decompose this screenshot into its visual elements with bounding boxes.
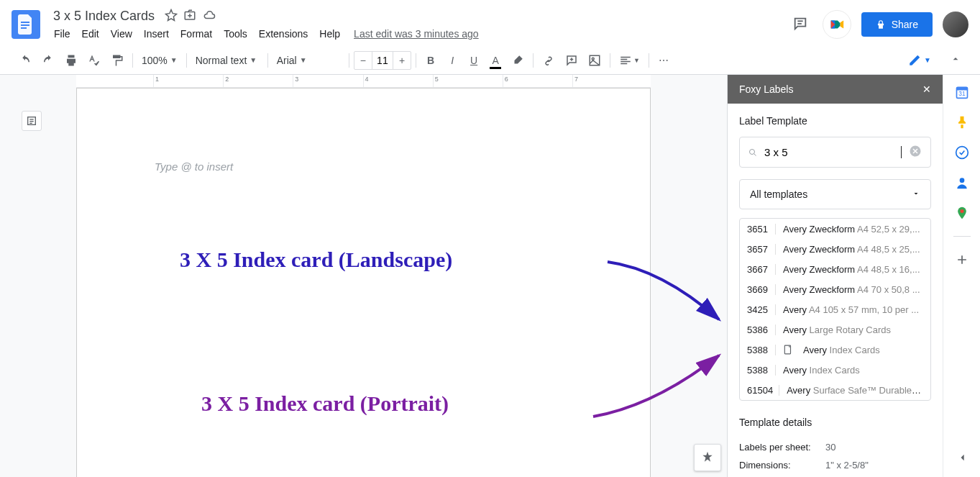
- template-row[interactable]: 3425Avery A4 105 x 57 mm, 10 per ...: [740, 299, 930, 319]
- template-desc: Avery Surface Safe™ Durable l...: [787, 385, 923, 396]
- calendar-icon[interactable]: 31: [955, 85, 969, 99]
- template-row[interactable]: 3651Avery Zweckform A4 52,5 x 29,...: [740, 219, 930, 239]
- link-button[interactable]: [538, 50, 559, 71]
- menu-help[interactable]: Help: [314, 25, 345, 42]
- template-code: 3657: [747, 244, 776, 255]
- clear-icon[interactable]: [909, 145, 922, 160]
- template-search[interactable]: [739, 137, 931, 168]
- align-button[interactable]: ▼: [615, 50, 644, 71]
- separator: [186, 53, 187, 68]
- paint-format-button[interactable]: [106, 50, 128, 71]
- cloud-icon[interactable]: [202, 9, 216, 24]
- bold-button[interactable]: B: [421, 50, 441, 71]
- header-center: 3 x 5 Index Cards File Edit View Insert …: [49, 7, 788, 42]
- docs-logo[interactable]: [12, 10, 40, 39]
- addons-icon[interactable]: [955, 253, 969, 267]
- menu-edit[interactable]: Edit: [77, 25, 104, 42]
- menu-row: File Edit View Insert Format Tools Exten…: [49, 25, 788, 42]
- template-row[interactable]: 5388Avery Index Cards: [740, 340, 930, 360]
- comments-icon[interactable]: [788, 12, 812, 38]
- menu-view[interactable]: View: [106, 25, 137, 42]
- style-select[interactable]: Normal text▼: [191, 52, 263, 69]
- template-desc: Avery Zweckform A4 52,5 x 29,...: [783, 224, 923, 235]
- template-code: 3669: [747, 284, 776, 295]
- italic-button[interactable]: I: [442, 50, 462, 71]
- font-size: − +: [354, 51, 411, 70]
- font-select[interactable]: Arial▼: [273, 52, 344, 69]
- text-color-button[interactable]: A: [485, 50, 505, 71]
- template-search-input[interactable]: [764, 146, 902, 158]
- doc-title[interactable]: 3 x 5 Index Cards: [49, 7, 159, 25]
- share-label: Share: [892, 19, 918, 30]
- template-row[interactable]: 3669Avery Zweckform A4 70 x 50,8 ...: [740, 279, 930, 299]
- svg-line-13: [754, 153, 756, 155]
- svg-rect-0: [21, 22, 29, 23]
- app-header: 3 x 5 Index Cards File Edit View Insert …: [0, 0, 980, 46]
- template-desc: Avery Large Rotary Cards: [783, 324, 923, 335]
- toolbar: 100%▼ Normal text▼ Arial▼ − + B I U A ▼ …: [0, 46, 980, 75]
- comment-button[interactable]: [561, 50, 582, 71]
- template-desc: Avery Zweckform A4 70 x 50,8 ...: [783, 284, 923, 295]
- side-panel: Foxy Labels ✕ Label Template All templat…: [727, 75, 943, 477]
- mode-select[interactable]: ▼: [902, 50, 937, 71]
- separator: [349, 53, 349, 68]
- template-code: 3425: [747, 304, 776, 315]
- template-desc: Avery Index Cards: [783, 365, 923, 376]
- canvas: 1 2 3 4 5 6 7 Type @ to insert 3 X 5 Ind…: [0, 75, 727, 477]
- star-icon[interactable]: [165, 9, 178, 24]
- template-row[interactable]: 5386Avery Large Rotary Cards: [740, 319, 930, 340]
- maps-icon[interactable]: [955, 206, 969, 220]
- spellcheck-button[interactable]: [83, 50, 105, 71]
- page-placeholder: Type @ to insert: [155, 160, 233, 173]
- menu-extensions[interactable]: Extensions: [254, 25, 313, 42]
- menu-tools[interactable]: Tools: [219, 25, 252, 42]
- meet-icon[interactable]: [823, 10, 851, 39]
- font-size-increase[interactable]: +: [393, 52, 411, 69]
- page[interactable]: Type @ to insert: [76, 88, 651, 477]
- explore-button[interactable]: [694, 444, 721, 471]
- print-button[interactable]: [60, 50, 82, 71]
- underline-button[interactable]: U: [464, 50, 484, 71]
- template-row[interactable]: 61504Avery Surface Safe™ Durable l...: [740, 380, 930, 400]
- detail-row: Labels per sheet:30: [739, 438, 931, 456]
- template-code: 3667: [747, 264, 776, 275]
- font-size-decrease[interactable]: −: [354, 52, 372, 69]
- keep-icon[interactable]: [955, 115, 969, 130]
- highlight-button[interactable]: [507, 50, 528, 71]
- template-filter-select[interactable]: All templates: [739, 179, 931, 209]
- detail-row: Page format:Letter - 8-1/2" x 11": [739, 474, 931, 477]
- menu-format[interactable]: Format: [175, 25, 217, 42]
- template-list: 3651Avery Zweckform A4 52,5 x 29,...3657…: [739, 218, 931, 401]
- contacts-icon[interactable]: [955, 176, 969, 190]
- image-button[interactable]: [584, 50, 605, 71]
- collapse-toolbar-icon[interactable]: [945, 49, 966, 71]
- close-icon[interactable]: ✕: [922, 83, 931, 95]
- last-edit[interactable]: Last edit was 3 minutes ago: [354, 28, 479, 40]
- menu-file[interactable]: File: [49, 25, 75, 42]
- menu-insert[interactable]: Insert: [139, 25, 174, 42]
- separator: [416, 53, 416, 68]
- main: 1 2 3 4 5 6 7 Type @ to insert 3 X 5 Ind…: [0, 75, 980, 477]
- rail-expand-icon[interactable]: [956, 450, 970, 467]
- redo-button[interactable]: [37, 50, 59, 71]
- svg-text:31: 31: [958, 90, 966, 97]
- ruler[interactable]: 1 2 3 4 5 6 7: [76, 75, 651, 88]
- separator: [649, 53, 649, 68]
- detail-row: Dimensions:1" x 2-5/8": [739, 456, 931, 474]
- more-button[interactable]: ⋯: [654, 50, 674, 71]
- tasks-icon[interactable]: [955, 145, 969, 160]
- svg-point-12: [750, 149, 755, 154]
- template-row[interactable]: 5388Avery Index Cards: [740, 360, 930, 380]
- avatar[interactable]: [943, 12, 968, 37]
- outline-button[interactable]: [22, 111, 42, 131]
- move-icon[interactable]: [183, 9, 196, 24]
- panel-body: Label Template All templates 3651Avery Z…: [728, 104, 943, 477]
- share-button[interactable]: Share: [861, 12, 933, 37]
- separator: [267, 53, 268, 68]
- template-row[interactable]: 3657Avery Zweckform A4 48,5 x 25,...: [740, 239, 930, 259]
- separator: [132, 53, 133, 68]
- undo-button[interactable]: [14, 50, 36, 71]
- template-row[interactable]: 3667Avery Zweckform A4 48,5 x 16,...: [740, 259, 930, 279]
- zoom-select[interactable]: 100%▼: [137, 52, 182, 69]
- font-size-input[interactable]: [372, 52, 393, 69]
